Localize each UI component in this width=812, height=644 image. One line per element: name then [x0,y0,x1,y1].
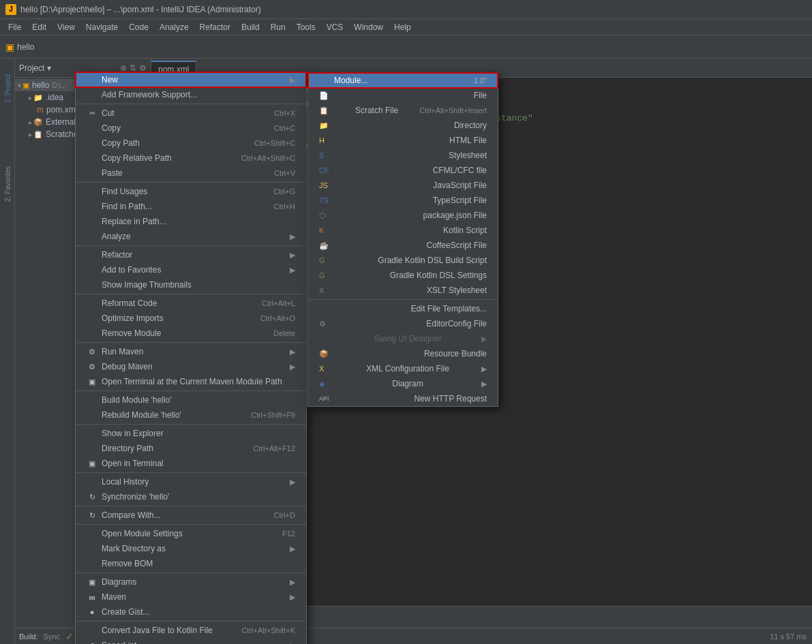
open-terminal-label: Open in Terminal [102,459,295,468]
css-icon: S [319,151,330,159]
context-refactor[interactable]: Refactor ▶ [76,247,306,262]
submenu-swing[interactable]: Swing UI Designer ▶ [308,331,498,346]
submenu-file[interactable]: 📄 File [308,88,498,103]
sonarlint-label: SonarLint [102,641,290,644]
submenu-xslt[interactable]: X XSLT Stylesheet [308,283,498,298]
context-show-thumbnails[interactable]: Show Image Thumbnails [76,277,306,292]
debug-maven-label: Debug Maven [102,362,290,371]
submenu-gradle-settings[interactable]: G Gradle Kotlin DSL Settings [308,268,498,283]
context-menu: New ▶ Add Framework Support... ✂ Cut Ctr… [75,72,307,644]
submenu-directory-label: Directory [454,121,487,130]
submenu-xml-config[interactable]: X XML Configuration File ▶ [308,361,498,376]
context-reformat[interactable]: Reformat Code Ctrl+Alt+L [76,296,306,311]
submenu-editorconfig[interactable]: ⚙ EditorConfig File [308,316,498,331]
ts-icon: TS [319,196,330,204]
optimize-label: Optimize Imports [102,313,260,323]
menu-window[interactable]: Window [348,21,389,33]
context-optimize-imports[interactable]: Optimize Imports Ctrl+Alt+O [76,311,306,326]
context-show-explorer[interactable]: Show in Explorer [76,426,306,441]
context-diagrams[interactable]: ▣ Diagrams ▶ [76,574,306,589]
context-module-settings[interactable]: Open Module Settings F12 [76,526,306,541]
submenu-cfml[interactable]: CF CFML/CFC file [308,163,498,178]
submenu-directory[interactable]: 📁 Directory [308,118,498,133]
context-add-framework[interactable]: Add Framework Support... [76,87,306,102]
sep-3 [76,245,306,246]
menu-code[interactable]: Code [123,21,154,33]
submenu-http[interactable]: API New HTTP Request [308,391,498,406]
sidebar-tab-project[interactable]: 1: Project [0,61,15,116]
context-rebuild-module[interactable]: Rebuild Module 'hello' Ctrl+Shift+F9 [76,408,306,423]
submenu-html[interactable]: H HTML File [308,133,498,148]
submenu-gradle-build-label: Gradle Kotlin DSL Build Script [378,256,487,265]
sidebar-tab-favorites[interactable]: 2: Favorites [0,157,15,211]
sep-7 [76,424,306,425]
scratch-icon: 📋 [319,106,330,115]
title-bar: J hello [D:\Aproject\hello] – ...\pom.xm… [0,0,812,19]
menu-file[interactable]: File [3,21,27,33]
submenu-module[interactable]: ▣ Module... 1.0" [308,73,498,88]
context-replace-path[interactable]: Replace in Path... [76,214,306,229]
menu-refactor[interactable]: Refactor [194,21,236,33]
context-remove-module[interactable]: Remove Module Delete [76,326,306,341]
new-label: New [102,75,290,85]
context-sonarlint[interactable]: ⊖ SonarLint ▶ [76,638,306,644]
submenu-kotlin[interactable]: K Kotlin Script [308,223,498,238]
menu-analyze[interactable]: Analyze [154,21,194,33]
context-sync[interactable]: ↻ Synchronize 'hello' [76,489,306,504]
submenu-resource-bundle[interactable]: 📦 Resource Bundle [308,346,498,361]
tree-pom-label: pom.xml [46,105,77,114]
directory-icon: 📁 [319,121,330,130]
sync-label-cm: Synchronize 'hello' [102,492,295,502]
menu-help[interactable]: Help [389,21,417,33]
context-copy[interactable]: Copy Ctrl+C [76,121,306,136]
submenu-diagram[interactable]: ◈ Diagram ▶ [308,376,498,391]
toolbar: ▣ hello [0,35,812,59]
submenu-ts[interactable]: TS TypeScript File [308,193,498,208]
context-find-usages[interactable]: Find Usages Ctrl+G [76,184,306,199]
gist-label: Create Gist... [102,607,295,617]
submenu-gradle-build[interactable]: G Gradle Kotlin DSL Build Script [308,253,498,268]
submenu-coffee[interactable]: ☕ CoffeeScript File [308,238,498,253]
context-create-gist[interactable]: ● Create Gist... [76,604,306,619]
menu-navigate[interactable]: Navigate [80,21,123,33]
menu-vcs[interactable]: VCS [321,21,349,33]
context-build-module[interactable]: Build Module 'hello' [76,393,306,408]
context-menu-new[interactable]: New ▶ [76,72,306,87]
js-icon: JS [319,181,330,189]
thumbnails-label: Show Image Thumbnails [102,280,295,290]
context-paste[interactable]: Paste Ctrl+V [76,166,306,181]
context-remove-bom[interactable]: Remove BOM [76,556,306,571]
submenu-package-json[interactable]: ⬡ package.json File [308,208,498,223]
left-sidebar: 1: Project 2: Favorites [0,59,15,644]
submenu-scratch[interactable]: 📋 Scratch File Ctrl+Alt+Shift+Insert [308,103,498,118]
sonarlint-arrow: ▶ [290,641,295,645]
context-copy-relative[interactable]: Copy Relative Path Ctrl+Alt+Shift+C [76,151,306,166]
context-open-terminal[interactable]: ▣ Open in Terminal [76,456,306,471]
context-copy-path[interactable]: Copy Path Ctrl+Shift+C [76,136,306,151]
context-debug-maven[interactable]: ⚙ Debug Maven ▶ [76,359,306,374]
context-open-terminal-maven[interactable]: ▣ Open Terminal at the Current Maven Mod… [76,374,306,389]
context-add-favorites[interactable]: Add to Favorites ▶ [76,262,306,277]
status-info: 11 s 57 ms [770,632,807,641]
menu-edit[interactable]: Edit [27,21,52,33]
menu-tools[interactable]: Tools [291,21,321,33]
context-compare[interactable]: ↻ Compare With... Ctrl+D [76,508,306,523]
copy-relative-shortcut: Ctrl+Alt+Shift+C [241,154,295,162]
submenu-css[interactable]: S Stylesheet [308,148,498,163]
context-convert-kotlin[interactable]: Convert Java File to Kotlin File Ctrl+Al… [76,623,306,638]
context-cut[interactable]: ✂ Cut Ctrl+X [76,106,306,121]
context-dir-path[interactable]: Directory Path Ctrl+Alt+F12 [76,441,306,456]
menu-build[interactable]: Build [236,21,265,33]
context-analyze[interactable]: Analyze ▶ [76,229,306,244]
submenu-js[interactable]: JS JavaScript File [308,178,498,193]
context-maven[interactable]: m Maven ▶ [76,589,306,604]
context-mark-dir[interactable]: Mark Directory as ▶ [76,541,306,556]
context-find-path[interactable]: Find in Path... Ctrl+H [76,199,306,214]
mark-dir-label: Mark Directory as [102,544,290,553]
submenu-edit-templates[interactable]: Edit File Templates... [308,301,498,316]
menu-run[interactable]: Run [265,21,291,33]
context-local-history[interactable]: Local History ▶ [76,474,306,489]
menu-view[interactable]: View [52,21,80,33]
context-run-maven[interactable]: ⚙ Run Maven ▶ [76,344,306,359]
submenu-package-json-label: package.json File [423,211,487,220]
